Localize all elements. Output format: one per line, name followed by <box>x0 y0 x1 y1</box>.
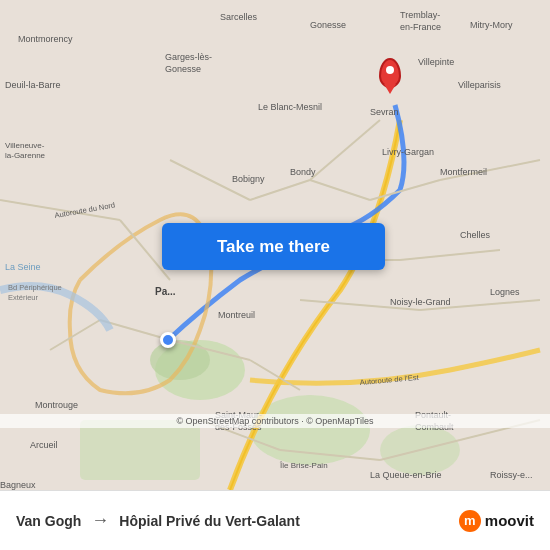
svg-text:Livry-Gargan: Livry-Gargan <box>382 147 434 157</box>
svg-text:Pa...: Pa... <box>155 286 176 297</box>
map-container: Montmorency Sarcelles Gonesse Tremblay- … <box>0 0 550 490</box>
svg-text:la-Garenne: la-Garenne <box>5 151 46 160</box>
svg-text:Gonesse: Gonesse <box>310 20 346 30</box>
svg-text:Le Blanc-Mesnil: Le Blanc-Mesnil <box>258 102 322 112</box>
svg-text:La Queue-en-Brie: La Queue-en-Brie <box>370 470 442 480</box>
svg-text:Montfermeil: Montfermeil <box>440 167 487 177</box>
svg-text:Villeneuve-: Villeneuve- <box>5 141 45 150</box>
svg-text:Villeparisis: Villeparisis <box>458 80 501 90</box>
svg-text:Arcueil: Arcueil <box>30 440 58 450</box>
svg-point-2 <box>150 340 210 380</box>
destination-marker <box>379 58 401 88</box>
svg-text:Montrouge: Montrouge <box>35 400 78 410</box>
moovit-icon: m <box>459 510 481 532</box>
moovit-name: moovit <box>485 512 534 529</box>
svg-text:Sarcelles: Sarcelles <box>220 12 258 22</box>
svg-text:Île Brise-Pain: Île Brise-Pain <box>279 461 328 470</box>
svg-text:Roissy-e...: Roissy-e... <box>490 470 533 480</box>
svg-text:Sevran: Sevran <box>370 107 399 117</box>
destination-label: Hôpial Privé du Vert-Galant <box>119 513 300 529</box>
origin-marker <box>160 332 176 348</box>
svg-text:Bobigny: Bobigny <box>232 174 265 184</box>
svg-text:Lognes: Lognes <box>490 287 520 297</box>
svg-text:Bondy: Bondy <box>290 167 316 177</box>
svg-text:Chelles: Chelles <box>460 230 491 240</box>
svg-rect-3 <box>80 420 200 480</box>
moovit-logo: m moovit <box>459 510 534 532</box>
svg-text:Bagneux: Bagneux <box>0 480 36 490</box>
take-me-there-button[interactable]: Take me there <box>162 223 385 270</box>
svg-text:Bd Périphérique: Bd Périphérique <box>8 283 62 292</box>
footer-bar: Van Gogh → Hôpial Privé du Vert-Galant m… <box>0 490 550 550</box>
svg-text:Noisy-le-Grand: Noisy-le-Grand <box>390 297 451 307</box>
origin-label: Van Gogh <box>16 513 81 529</box>
svg-text:Tremblay-: Tremblay- <box>400 10 440 20</box>
svg-text:Mitry-Mory: Mitry-Mory <box>470 20 513 30</box>
svg-text:Villepinte: Villepinte <box>418 57 454 67</box>
svg-text:Extérieur: Extérieur <box>8 293 39 302</box>
svg-text:Montmorency: Montmorency <box>18 34 73 44</box>
svg-text:Montreuil: Montreuil <box>218 310 255 320</box>
svg-text:Gonesse: Gonesse <box>165 64 201 74</box>
map-attribution: © OpenStreetMap contributors · © OpenMap… <box>0 414 550 428</box>
route-arrow: → <box>91 510 109 531</box>
svg-text:La Seine: La Seine <box>5 262 41 272</box>
svg-text:Deuil-la-Barre: Deuil-la-Barre <box>5 80 61 90</box>
svg-text:en-France: en-France <box>400 22 441 32</box>
svg-text:Garges-lès-: Garges-lès- <box>165 52 212 62</box>
